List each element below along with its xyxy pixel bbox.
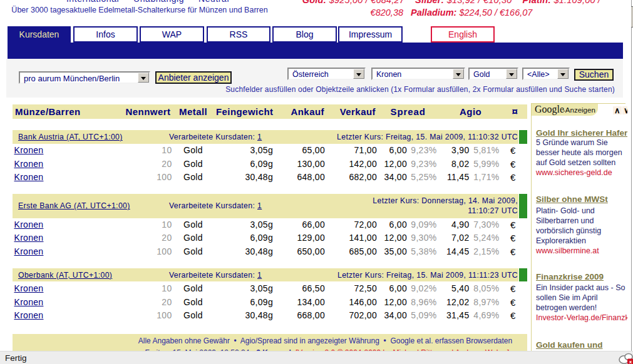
svg-text:x: x [629,359,632,364]
